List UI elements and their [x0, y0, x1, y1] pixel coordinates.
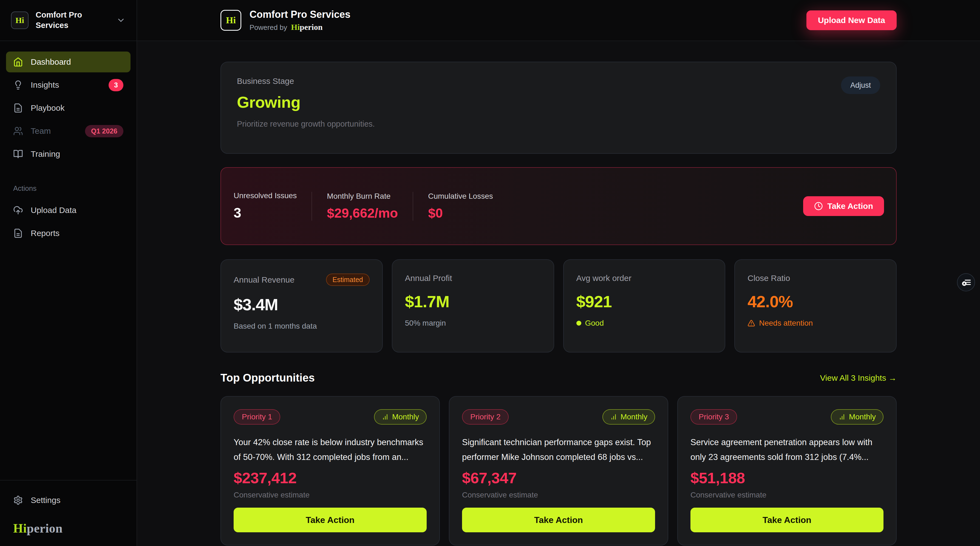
sidebar-item-label: Upload Data: [31, 206, 76, 215]
cloud-upload-icon: [13, 205, 23, 215]
priority-badge: Priority 1: [234, 409, 280, 425]
sidebar-item-label: Team: [31, 126, 51, 136]
business-stage-label: Business Stage: [237, 76, 375, 86]
monthly-burn-rate-value: $29,662/mo: [327, 206, 398, 221]
opportunity-description: Service agreement penetration appears lo…: [690, 435, 883, 465]
header-titles: Comfort Pro Services Powered by Hiperion: [250, 9, 350, 32]
warning-triangle-icon: [748, 319, 755, 327]
sidebar-item-label: Training: [31, 149, 60, 159]
header-logo: Hi: [220, 10, 241, 31]
annual-profit-note: 50% margin: [405, 319, 541, 327]
annual-profit-value: $1.7M: [405, 292, 541, 311]
hiperion-wordmark: Hiperion: [291, 22, 323, 32]
powered-by: Powered by Hiperion: [250, 22, 350, 32]
priority-badge: Priority 3: [690, 409, 737, 425]
issues-alert-bar: Unresolved Issues 3 Monthly Burn Rate $2…: [220, 167, 897, 245]
main-area: Hi Comfort Pro Services Powered by Hiper…: [137, 0, 980, 546]
metric-card-avg-work-order: Avg work order $921 Good: [563, 259, 725, 352]
annual-revenue-note: Based on 1 months data: [234, 322, 370, 330]
header-logo-mark: Hi: [226, 15, 236, 25]
dashboard-content: Business Stage Growing Prioritize revenu…: [220, 41, 897, 546]
status-dot: [576, 321, 581, 325]
wordmark-rest: perion: [27, 521, 63, 535]
metric-card-annual-revenue: Annual Revenue Estimated $3.4M Based on …: [220, 259, 383, 352]
sidebar-nav: Dashboard Insights 3 Playbook Team Q1 20…: [0, 41, 137, 480]
opportunity-card-2: Priority 2 Monthly Significant technicia…: [449, 396, 668, 546]
sidebar-item-reports[interactable]: Reports: [6, 223, 130, 244]
sidebar-item-label: Reports: [31, 229, 59, 238]
frequency-badge: Monthly: [603, 409, 655, 425]
opportunity-note: Conservative estimate: [462, 490, 655, 499]
powered-by-label: Powered by: [250, 23, 287, 32]
opportunities-row: Priority 1 Monthly Your 42% close rate i…: [220, 396, 897, 546]
page-header: Hi Comfort Pro Services Powered by Hiper…: [137, 0, 980, 41]
metrics-row: Annual Revenue Estimated $3.4M Based on …: [220, 259, 897, 352]
sidebar-item-upload-data[interactable]: Upload Data: [6, 200, 130, 221]
sidebar-footer: Settings Hiperion: [0, 480, 137, 546]
close-ratio-status: Needs attention: [748, 319, 883, 327]
close-ratio-value: 42.0%: [748, 292, 883, 311]
workspace-switcher[interactable]: Hi Comfort Pro Services: [0, 0, 137, 41]
take-action-button[interactable]: Take Action: [462, 508, 655, 532]
business-stage-card: Business Stage Growing Prioritize revenu…: [220, 62, 897, 154]
opportunities-header: Top Opportunities View All 3 Insights →: [220, 372, 897, 384]
company-logo-mark: Hi: [15, 16, 24, 25]
metric-card-annual-profit: Annual Profit $1.7M 50% margin: [392, 259, 554, 352]
estimated-badge: Estimated: [326, 273, 370, 286]
opportunity-card-1: Priority 1 Monthly Your 42% close rate i…: [220, 396, 440, 546]
opportunity-description: Your 42% close rate is below industry be…: [234, 435, 427, 465]
upload-new-data-button[interactable]: Upload New Data: [807, 10, 897, 30]
sidebar-item-settings[interactable]: Settings: [6, 490, 130, 511]
page-title: Comfort Pro Services: [250, 9, 350, 20]
sidebar-item-label: Insights: [31, 80, 59, 90]
frequency-badge: Monthly: [374, 409, 427, 425]
file-text-icon: [13, 228, 23, 238]
sidebar-item-label: Settings: [31, 495, 60, 505]
priority-badge: Priority 2: [462, 409, 509, 425]
sidebar-item-label: Dashboard: [31, 57, 71, 67]
take-action-button[interactable]: Take Action: [803, 196, 884, 216]
actions-section-label: Actions: [6, 184, 130, 193]
alert-stat-unresolved: Unresolved Issues 3: [234, 191, 312, 221]
avg-work-order-value: $921: [576, 292, 713, 311]
sidebar-item-insights[interactable]: Insights 3: [6, 75, 130, 95]
floating-action-button[interactable]: [957, 273, 975, 291]
opportunity-card-3: Priority 3 Monthly Service agreement pen…: [677, 396, 897, 546]
metric-card-close-ratio: Close Ratio 42.0% Needs attention: [734, 259, 897, 352]
opportunity-note: Conservative estimate: [234, 490, 427, 499]
book-open-icon: [13, 149, 23, 159]
alert-stat-burn-rate: Monthly Burn Rate $29,662/mo: [312, 192, 413, 221]
sidebar: Hi Comfort Pro Services Dashboard Insigh…: [0, 0, 137, 546]
opportunities-title: Top Opportunities: [220, 372, 315, 384]
bar-chart-icon: [838, 413, 846, 421]
avg-work-order-status: Good: [576, 319, 713, 327]
business-stage-description: Prioritize revenue growth opportunities.: [237, 119, 375, 129]
opportunity-value: $237,412: [234, 469, 427, 487]
take-action-button[interactable]: Take Action: [234, 508, 427, 532]
opportunity-value: $67,347: [462, 469, 655, 487]
opportunity-note: Conservative estimate: [690, 490, 883, 499]
sidebar-item-team[interactable]: Team Q1 2026: [6, 121, 130, 141]
users-icon: [13, 126, 23, 136]
frequency-badge: Monthly: [831, 409, 883, 425]
adjust-button[interactable]: Adjust: [841, 76, 880, 94]
view-all-insights-link[interactable]: View All 3 Insights →: [820, 373, 897, 383]
insights-count-badge: 3: [108, 79, 123, 91]
hiperion-wordmark: Hiperion: [6, 513, 130, 536]
gear-icon: [13, 495, 23, 505]
opportunity-description: Significant technician performance gaps …: [462, 435, 655, 465]
annual-revenue-value: $3.4M: [234, 295, 370, 314]
clock-icon: [814, 202, 823, 211]
lightbulb-icon: [13, 80, 23, 90]
home-icon: [13, 57, 23, 67]
sidebar-item-dashboard[interactable]: Dashboard: [6, 52, 130, 72]
team-q1-badge: Q1 2026: [85, 125, 123, 137]
company-name: Comfort Pro Services: [36, 10, 109, 30]
sidebar-item-training[interactable]: Training: [6, 144, 130, 165]
take-action-button[interactable]: Take Action: [690, 508, 883, 532]
company-logo: Hi: [11, 11, 29, 29]
chevron-down-icon: [116, 16, 126, 25]
business-stage-info: Business Stage Growing Prioritize revenu…: [237, 76, 375, 129]
cumulative-losses-value: $0: [428, 206, 493, 221]
sidebar-item-playbook[interactable]: Playbook: [6, 98, 130, 118]
